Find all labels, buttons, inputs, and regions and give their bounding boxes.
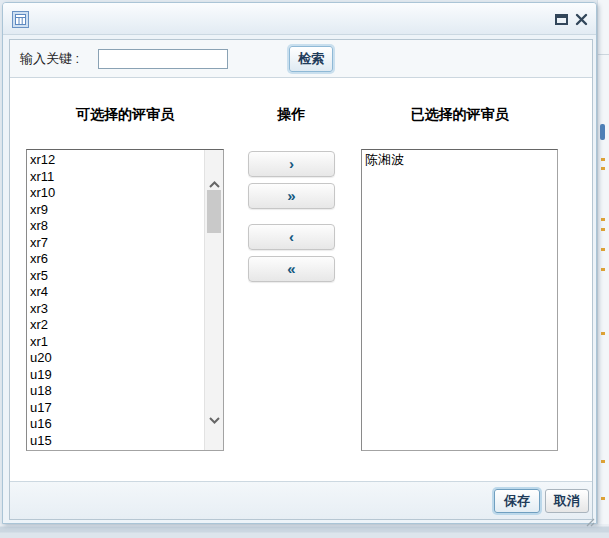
maximize-button[interactable] <box>554 12 569 27</box>
background-fragment <box>601 268 605 271</box>
search-label: 输入关键 : <box>20 40 79 78</box>
list-item[interactable]: xr4 <box>30 284 201 301</box>
list-item[interactable]: xr5 <box>30 268 201 285</box>
list-item[interactable]: xr7 <box>30 235 201 252</box>
save-button[interactable]: 保存 <box>494 489 540 513</box>
search-button[interactable]: 检索 <box>289 46 333 72</box>
list-item[interactable]: 陈湘波 <box>365 152 554 169</box>
scrollbar-thumb[interactable] <box>207 190 221 233</box>
move-all-right-button[interactable]: » <box>248 183 335 209</box>
background-fragment <box>601 167 605 170</box>
available-column-title: 可选择的评审员 <box>26 106 224 126</box>
background-fragment <box>601 248 605 251</box>
move-all-left-button[interactable]: « <box>248 256 335 282</box>
background-fragment <box>601 460 605 463</box>
background-scroll-fragment <box>600 124 605 140</box>
background-fragment <box>601 497 605 500</box>
search-input[interactable] <box>98 49 228 69</box>
list-item[interactable]: xr2 <box>30 317 201 334</box>
vertical-scrollbar[interactable] <box>204 150 223 450</box>
dialog-footer: 保存 取消 <box>10 481 592 519</box>
close-icon[interactable] <box>574 12 589 27</box>
list-item[interactable]: xr3 <box>30 301 201 318</box>
background-fragment <box>601 158 605 161</box>
background-fragment <box>601 228 605 231</box>
list-item[interactable]: xr12 <box>30 152 201 169</box>
cancel-button[interactable]: 取消 <box>545 489 589 513</box>
table-icon <box>12 11 29 28</box>
background-fragment <box>598 54 609 55</box>
available-listbox[interactable]: xr12xr11xr10xr9xr8xr7xr6xr5xr4xr3xr2xr1u… <box>26 149 224 451</box>
resize-grip[interactable] <box>586 513 595 522</box>
move-left-button[interactable]: ‹ <box>248 224 335 250</box>
scroll-down-icon[interactable] <box>209 410 220 428</box>
list-item[interactable]: xr1 <box>30 334 201 351</box>
list-item[interactable]: u20 <box>30 350 201 367</box>
reviewer-select-dialog: 输入关键 : 检索 可选择的评审员 操作 已选择的评审员 xr12xr11xr1… <box>2 2 597 524</box>
background-page-strip <box>597 0 609 538</box>
list-item[interactable]: u18 <box>30 383 201 400</box>
list-item[interactable]: u16 <box>30 416 201 433</box>
list-item[interactable]: xr8 <box>30 218 201 235</box>
background-fragment <box>601 218 605 221</box>
list-item[interactable]: xr6 <box>30 251 201 268</box>
move-right-button[interactable]: › <box>248 151 335 177</box>
list-item[interactable]: u17 <box>30 400 201 417</box>
operations-column-title: 操作 <box>248 106 335 126</box>
dialog-titlebar[interactable] <box>3 3 596 35</box>
search-row: 输入关键 : 检索 <box>10 40 592 78</box>
background-fragment <box>601 332 605 335</box>
selected-column-title: 已选择的评审员 <box>361 106 558 126</box>
list-item[interactable]: u19 <box>30 367 201 384</box>
dialog-body-panel: 输入关键 : 检索 可选择的评审员 操作 已选择的评审员 xr12xr11xr1… <box>9 39 593 520</box>
list-item[interactable]: xr9 <box>30 202 201 219</box>
selected-listbox[interactable]: 陈湘波 <box>361 149 558 451</box>
list-item[interactable]: u15 <box>30 433 201 450</box>
list-item[interactable]: xr11 <box>30 169 201 186</box>
list-item[interactable]: xr10 <box>30 185 201 202</box>
background-page-bottom <box>0 524 609 538</box>
